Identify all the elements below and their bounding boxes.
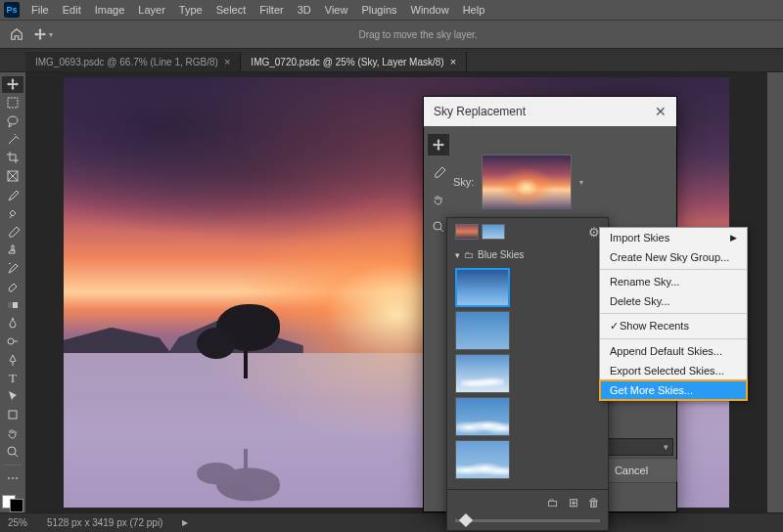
move-tool-icon[interactable]: ▾ [33, 27, 53, 41]
options-bar: ▾ Drag to move the sky layer. [0, 20, 783, 49]
marquee-tool[interactable] [2, 95, 23, 111]
svg-rect-3 [8, 302, 13, 308]
svg-rect-0 [8, 98, 18, 108]
eraser-tool[interactable] [2, 278, 23, 294]
eyedropper-tool[interactable] [2, 187, 23, 203]
pen-tool[interactable] [2, 351, 23, 368]
crop-tool[interactable] [2, 150, 23, 166]
menubar: Ps File Edit Image Layer Type Select Fil… [0, 0, 783, 20]
tab-document-2[interactable]: IMG_0720.psdc @ 25% (Sky, Layer Mask/8) … [241, 52, 467, 71]
close-icon[interactable]: × [450, 56, 456, 67]
dialog-hand-tool[interactable] [428, 189, 449, 210]
menu-show-recents[interactable]: ✓Show Recents [600, 316, 747, 336]
history-brush-tool[interactable] [2, 260, 23, 277]
svg-point-7 [434, 222, 441, 230]
sky-label: Sky: [453, 176, 474, 188]
dropdown-field[interactable]: ▾ [599, 438, 673, 456]
menu-get-more-skies[interactable]: Get More Skies... [600, 380, 747, 400]
sky-preset-tile[interactable] [455, 354, 510, 393]
dialog-move-tool[interactable] [428, 134, 449, 155]
background-swatch[interactable] [10, 499, 23, 512]
add-icon[interactable]: ⊞ [569, 496, 578, 510]
tab-document-1[interactable]: IMG_0693.psdc @ 66.7% (Line 1, RGB/8) × [25, 52, 241, 71]
chevron-down-icon: ▾ [455, 250, 460, 260]
right-panel-collapsed[interactable] [767, 72, 783, 512]
folder-icon: 🗀 [464, 249, 474, 260]
menu-separator [600, 269, 747, 270]
wand-tool[interactable] [2, 131, 23, 148]
app-logo: Ps [4, 2, 20, 18]
thumbnail-size-slider[interactable] [447, 515, 608, 530]
sky-preset-tile[interactable] [455, 311, 510, 350]
preset-group-label: Blue Skies [478, 249, 524, 260]
path-select-tool[interactable] [2, 388, 23, 405]
menu-3d[interactable]: 3D [292, 2, 317, 18]
blur-tool[interactable] [2, 315, 23, 332]
svg-point-4 [8, 338, 14, 344]
sky-preset-tile[interactable] [455, 440, 510, 479]
sky-preset-tile[interactable] [455, 397, 510, 436]
menu-separator [600, 338, 747, 339]
home-icon[interactable] [8, 25, 25, 43]
sky-presets-panel: ⚙ ▾ 🗀 Blue Skies 🗀 ⊞ 🗑 [446, 217, 609, 531]
menu-select[interactable]: Select [210, 2, 253, 18]
hand-tool[interactable] [2, 425, 23, 442]
check-icon: ✓ [610, 320, 620, 332]
svg-rect-5 [9, 411, 17, 419]
menu-import-skies[interactable]: Import Skies▶ [600, 228, 747, 247]
frame-tool[interactable] [2, 168, 23, 185]
menu-window[interactable]: Window [405, 2, 455, 18]
healing-tool[interactable] [2, 204, 23, 221]
menu-layer[interactable]: Layer [132, 2, 171, 18]
menu-plugins[interactable]: Plugins [355, 2, 402, 18]
tab-label: IMG_0720.psdc @ 25% (Sky, Layer Mask/8) [251, 57, 443, 67]
folder-icon[interactable]: 🗀 [547, 496, 559, 510]
menu-file[interactable]: File [25, 2, 55, 18]
dialog-title-label: Sky Replacement [434, 105, 526, 118]
menu-image[interactable]: Image [89, 2, 131, 18]
move-tool[interactable] [2, 76, 23, 93]
menu-filter[interactable]: Filter [253, 2, 289, 18]
menu-export-selected-skies[interactable]: Export Selected Skies... [600, 361, 747, 380]
presets-context-menu: Import Skies▶ Create New Sky Group... Re… [599, 227, 748, 401]
menu-delete-sky[interactable]: Delete Sky... [600, 291, 747, 311]
tab-label: IMG_0693.psdc @ 66.7% (Line 1, RGB/8) [35, 57, 218, 67]
shape-tool[interactable] [2, 407, 23, 423]
preset-group-header[interactable]: ▾ 🗀 Blue Skies [447, 245, 608, 264]
document-info: 5128 px x 3419 px (72 ppi) [47, 517, 162, 528]
dialog-titlebar[interactable]: Sky Replacement ✕ [424, 97, 676, 126]
svg-point-6 [8, 447, 16, 455]
trash-icon[interactable]: 🗑 [588, 496, 600, 510]
sky-preview-thumb[interactable] [482, 155, 572, 209]
menu-separator [600, 313, 747, 314]
menu-edit[interactable]: Edit [57, 2, 87, 18]
lasso-tool[interactable] [2, 113, 23, 130]
chevron-right-icon: ▶ [730, 233, 737, 243]
menu-view[interactable]: View [319, 2, 354, 18]
menu-append-default-skies[interactable]: Append Default Skies... [600, 341, 747, 361]
type-tool[interactable]: T [2, 370, 23, 386]
zoom-tool[interactable] [2, 443, 23, 460]
dialog-brush-tool[interactable] [428, 161, 449, 183]
menu-help[interactable]: Help [457, 2, 491, 18]
tools-panel: T ⋯ [0, 72, 25, 512]
zoom-level[interactable]: 25% [8, 517, 27, 528]
close-icon[interactable]: ✕ [655, 104, 667, 119]
recent-sky-thumb[interactable] [455, 224, 479, 240]
gradient-tool[interactable] [2, 296, 23, 313]
edit-toolbar[interactable]: ⋯ [2, 470, 23, 487]
options-hint: Drag to move the sky layer. [61, 29, 775, 40]
dodge-tool[interactable] [2, 333, 23, 350]
menu-rename-sky[interactable]: Rename Sky... [600, 272, 747, 291]
status-bar: 25% 5128 px x 3419 px (72 ppi) ▶ [0, 512, 783, 532]
chevron-right-icon[interactable]: ▶ [182, 518, 188, 527]
stamp-tool[interactable] [2, 242, 23, 258]
chevron-down-icon[interactable]: ▾ [579, 178, 583, 187]
brush-tool[interactable] [2, 223, 23, 240]
sky-preset-tile[interactable] [455, 268, 510, 307]
color-swatches[interactable] [2, 495, 23, 512]
recent-sky-thumb[interactable] [482, 224, 505, 240]
menu-create-sky-group[interactable]: Create New Sky Group... [600, 247, 747, 267]
menu-type[interactable]: Type [173, 2, 208, 18]
close-icon[interactable]: × [224, 56, 230, 67]
